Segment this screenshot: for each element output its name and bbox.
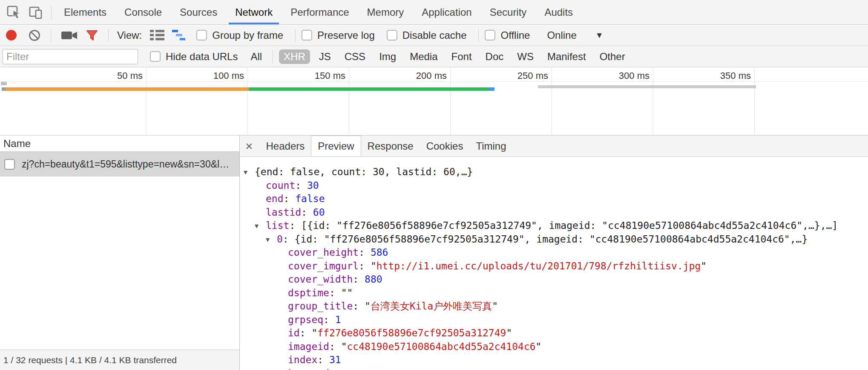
toolbar-separator <box>108 29 109 42</box>
filter-type-font[interactable]: Font <box>447 49 477 64</box>
request-row-checkbox[interactable] <box>4 159 15 170</box>
filter-funnel-icon[interactable] <box>86 29 98 42</box>
preview-line: ▼list: [{id: "ff276e8056f58896e7cf92505a… <box>240 219 868 233</box>
timeline-tick-label: 300 ms <box>586 70 650 81</box>
tab-performance[interactable]: Performance <box>282 0 358 24</box>
json-plain: : {id: "ff276e8056f58896e7cf92505a312749… <box>283 234 808 245</box>
ruler-baseline <box>0 81 868 82</box>
filter-type-js[interactable]: JS <box>314 49 336 64</box>
json-plain: : <box>353 301 365 312</box>
network-toolbar: View: Group by frame Preserve log Disabl… <box>0 25 868 46</box>
tab-audits[interactable]: Audits <box>535 0 582 24</box>
large-rows-view-icon[interactable] <box>150 29 164 41</box>
timeline-tick-label: 150 ms <box>282 70 345 81</box>
disable-cache-checkbox[interactable] <box>387 30 397 40</box>
record-button[interactable] <box>6 30 17 40</box>
json-quote: " <box>536 341 542 352</box>
timeline-tick-label: 50 ms <box>79 70 143 81</box>
end-tip-blue <box>489 87 494 91</box>
preview-line: cover_width: 880 <box>240 273 868 286</box>
tab-console[interactable]: Console <box>115 0 171 24</box>
json-key: 0 <box>277 234 283 245</box>
timeline-gridline <box>653 67 653 135</box>
preview-line: group_title: "台湾美女Kila户外唯美写真" <box>240 300 868 313</box>
timeline-tick-label: 350 ms <box>687 70 751 81</box>
filter-type-xhr[interactable]: XHR <box>279 49 310 64</box>
offline-label: Offline <box>500 29 530 41</box>
tab-memory[interactable]: Memory <box>358 0 413 24</box>
devtools-window: ElementsConsoleSourcesNetworkPerformance… <box>0 0 868 370</box>
json-quote: " <box>341 341 347 352</box>
timeline-tick-label: 200 ms <box>383 70 447 81</box>
disclosure-triangle-icon[interactable]: ▼ <box>266 233 277 247</box>
device-toolbar-icon[interactable] <box>28 5 43 20</box>
preview-line: keywords: <box>240 367 868 370</box>
json-string: 台湾美女Kila户外唯美写真 <box>371 301 492 312</box>
preview-line: ▼{end: false, count: 30, lastid: 60,…} <box>240 165 868 179</box>
inspect-element-icon[interactable] <box>6 5 21 20</box>
preserve-log-label: Preserve log <box>317 29 375 41</box>
toolbar-separator <box>51 29 51 42</box>
timeline-gridline <box>552 67 552 135</box>
request-detail-pane: × HeadersPreviewResponseCookiesTiming ▼{… <box>240 136 868 370</box>
clear-button[interactable] <box>28 29 41 42</box>
network-overview[interactable]: 50 ms100 ms150 ms200 ms250 ms300 ms350 m… <box>0 67 868 136</box>
filter-type-css[interactable]: CSS <box>340 49 370 64</box>
json-key: cover_height <box>288 247 359 258</box>
waiting-segment-orange <box>6 87 249 91</box>
json-number: 586 <box>371 247 388 258</box>
json-number: 60 <box>313 207 325 218</box>
timeline-gridline <box>450 67 451 135</box>
json-plain: : <box>300 327 312 338</box>
filter-type-ws[interactable]: WS <box>512 49 538 64</box>
close-icon[interactable]: × <box>245 140 253 153</box>
preview-line: count: 30 <box>240 179 868 193</box>
json-quote: " <box>492 301 498 312</box>
tab-security[interactable]: Security <box>481 0 536 24</box>
json-key: grpseq <box>288 314 323 325</box>
json-quote: " <box>701 260 707 272</box>
group-by-frame-checkbox[interactable] <box>196 30 207 40</box>
detail-tab-headers[interactable]: Headers <box>260 136 311 157</box>
json-key: index <box>288 354 317 365</box>
preview-line: end: false <box>240 192 868 206</box>
detail-tab-response[interactable]: Response <box>361 136 420 157</box>
filter-type-img[interactable]: Img <box>374 49 401 64</box>
hide-data-urls-checkbox[interactable] <box>150 51 161 62</box>
disclosure-triangle-icon[interactable]: ▼ <box>244 166 255 179</box>
disclosure-triangle-icon[interactable]: ▼ <box>255 220 266 233</box>
tab-sources[interactable]: Sources <box>171 0 226 24</box>
request-row[interactable]: zj?ch=beauty&t1=595&listtype=new&sn=30&l… <box>0 152 239 176</box>
tab-network[interactable]: Network <box>226 0 282 24</box>
tab-application[interactable]: Application <box>413 0 480 24</box>
filter-bar: Hide data URLs AllXHRJSCSSImgMediaFontDo… <box>0 46 868 67</box>
filter-type-media[interactable]: Media <box>405 49 442 64</box>
requests-pane: Name zj?ch=beauty&t1=595&listtype=new&sn… <box>0 136 240 370</box>
detail-tab-timing[interactable]: Timing <box>469 136 512 157</box>
main-tabs: ElementsConsoleSourcesNetworkPerformance… <box>55 0 582 24</box>
filter-type-manifest[interactable]: Manifest <box>543 49 591 64</box>
detail-tab-preview[interactable]: Preview <box>311 136 361 157</box>
throttling-select-value[interactable]: Online <box>547 29 576 41</box>
preview-line: cover_height: 586 <box>240 246 868 260</box>
filter-type-other[interactable]: Other <box>595 49 630 64</box>
filter-type-all[interactable]: All <box>246 49 267 64</box>
overview-waterfall-view-icon[interactable] <box>172 29 187 41</box>
preview-line: grpseq: 1 <box>240 313 868 327</box>
detail-tab-cookies[interactable]: Cookies <box>420 136 470 157</box>
chevron-down-icon[interactable]: ▼ <box>595 31 604 40</box>
hide-data-urls-label: Hide data URLs <box>166 51 238 63</box>
preserve-log-checkbox[interactable] <box>302 30 312 40</box>
capture-screenshots-icon[interactable] <box>61 29 78 41</box>
filter-input[interactable] <box>3 49 138 64</box>
preview-line: cover_imgurl: "http://i1.umei.cc/uploads… <box>240 260 868 273</box>
start-chip <box>1 82 7 85</box>
json-plain: : <box>359 260 371 272</box>
name-column-header[interactable]: Name <box>0 136 239 152</box>
filter-type-doc[interactable]: Doc <box>481 49 509 64</box>
json-plain: : <box>295 180 307 191</box>
timeline-gridline <box>247 67 248 135</box>
tab-elements[interactable]: Elements <box>55 0 115 24</box>
timeline-gridline <box>349 67 349 135</box>
offline-checkbox[interactable] <box>485 30 495 40</box>
